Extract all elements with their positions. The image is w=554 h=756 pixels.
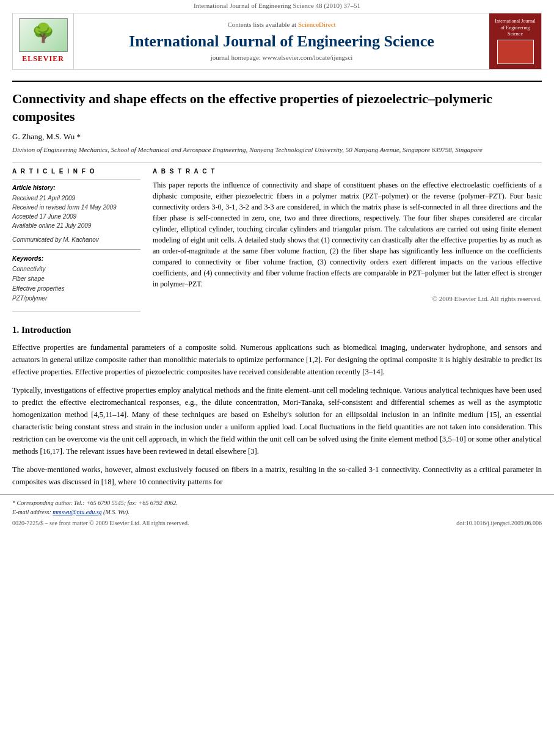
intro-paragraph-2: Typically, investigations of effective p…: [12, 384, 542, 457]
communicated-text: Communicated by M. Kachanov: [12, 235, 140, 244]
abstract-label: A B S T R A C T: [153, 167, 542, 176]
section-title: Introduction: [21, 325, 71, 335]
journal-banner: ELSEVIER Contents lists available at Sci…: [12, 13, 542, 70]
article-info-label: A R T I C L E I N F O: [12, 167, 140, 176]
email-link[interactable]: mmswu@ntu.edu.sg: [53, 509, 101, 515]
info-divider: [12, 180, 140, 180]
keywords-divider: [12, 249, 140, 250]
content-area: Connectivity and shape effects on the ef…: [0, 70, 554, 488]
journal-homepage-line: journal homepage: www.elsevier.com/locat…: [211, 53, 353, 62]
page-wrapper: International Journal of Engineering Sci…: [0, 0, 554, 756]
received-revised: Received in revised form 14 May 2009: [12, 203, 140, 212]
article-title: Connectivity and shape effects on the ef…: [12, 90, 542, 125]
keywords-group: Keywords: Connectivity Fiber shape Effec…: [12, 255, 140, 303]
footer-bottom: 0020-7225/$ – see front matter © 2009 El…: [12, 519, 542, 528]
divider-1: [12, 162, 542, 162]
top-divider: [12, 81, 542, 82]
issn-line: 0020-7225/$ – see front matter © 2009 El…: [12, 519, 189, 528]
intro-paragraph-3: The above-mentioned works, however, almo…: [12, 463, 542, 488]
footnote-star-line: * Corresponding author. Tel.: +65 6790 5…: [12, 498, 542, 507]
authors-line: G. Zhang, M.S. Wu *: [12, 131, 542, 142]
article-history-label: Article history:: [12, 184, 140, 192]
abstract-column: A B S T R A C T This paper reports the i…: [153, 167, 542, 315]
keywords-label: Keywords:: [12, 255, 140, 263]
affiliation-line: Division of Engineering Mechanics, Schoo…: [12, 145, 542, 154]
banner-center: Contents lists available at ScienceDirec…: [74, 13, 489, 69]
journal-title-banner: International Journal of Engineering Sci…: [129, 32, 434, 51]
banner-right-title: International Journal of Engineering Sci…: [493, 18, 538, 37]
doi-line: doi:10.1016/j.ijengsci.2009.06.006: [456, 519, 542, 528]
accepted: Accepted 17 June 2009: [12, 212, 140, 221]
article-info-column: A R T I C L E I N F O Article history: R…: [12, 167, 140, 315]
communicated-group: Communicated by M. Kachanov: [12, 235, 140, 244]
banner-right-image: [497, 40, 534, 64]
journal-meta-line: International Journal of Engineering Sci…: [0, 0, 554, 13]
bottom-divider-left: [12, 311, 140, 311]
footnote-star-text: * Corresponding author. Tel.: +65 6790 5…: [12, 500, 178, 506]
elsevier-logo: ELSEVIER: [19, 18, 68, 64]
meta-text: International Journal of Engineering Sci…: [194, 2, 360, 9]
email-line: E-mail address: mmswu@ntu.edu.sg (M.S. W…: [12, 507, 542, 517]
received-1: Received 21 April 2009: [12, 194, 140, 203]
abstract-text: This paper reports the influence of conn…: [153, 180, 542, 289]
two-col-section: A R T I C L E I N F O Article history: R…: [12, 167, 542, 315]
email-suffix: (M.S. Wu).: [103, 509, 129, 515]
keyword-4: PZT/polymer: [12, 294, 140, 303]
authors-text: G. Zhang, M.S. Wu *: [12, 132, 81, 141]
keyword-1: Connectivity: [12, 264, 140, 274]
copyright-line: © 2009 Elsevier Ltd. All rights reserved…: [153, 294, 542, 303]
sciencedirect-link[interactable]: ScienceDirect: [298, 21, 336, 28]
elsevier-logo-image: [19, 18, 68, 52]
intro-paragraph-1: Effective properties are fundamental par…: [12, 341, 542, 378]
keyword-3: Effective properties: [12, 284, 140, 294]
elsevier-label-text: ELSEVIER: [22, 54, 64, 64]
intro-heading: 1. Introduction: [12, 324, 542, 336]
elsevier-logo-area: ELSEVIER: [13, 13, 74, 69]
available-online: Available online 21 July 2009: [12, 221, 140, 230]
body-content: 1. Introduction Effective properties are…: [12, 324, 542, 488]
email-label: E-mail address:: [12, 509, 51, 515]
page-footer: * Corresponding author. Tel.: +65 6790 5…: [0, 494, 554, 531]
section-number: 1.: [12, 325, 19, 335]
keyword-2: Fiber shape: [12, 274, 140, 284]
banner-right: International Journal of Engineering Sci…: [489, 13, 541, 69]
article-history-group: Article history: Received 21 April 2009 …: [12, 184, 140, 230]
sciencedirect-line: Contents lists available at ScienceDirec…: [227, 20, 335, 29]
